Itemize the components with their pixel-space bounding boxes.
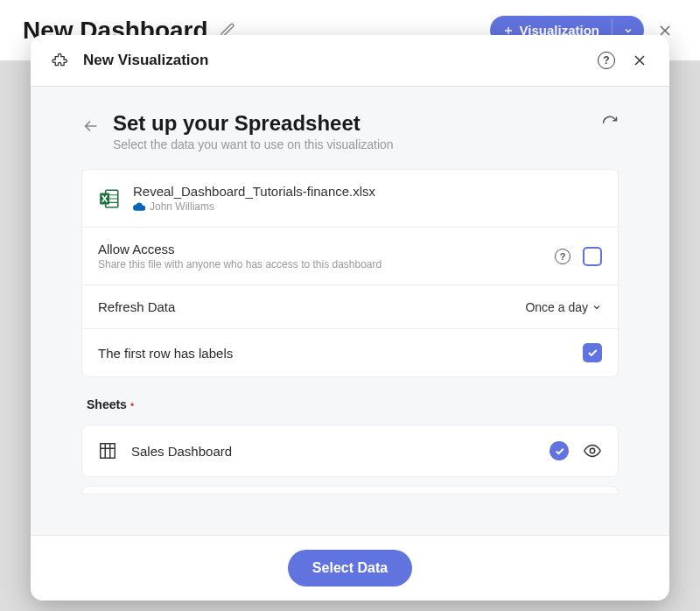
modal-close-icon[interactable] [631, 52, 648, 69]
first-row-labels-row: The first row has labels [82, 329, 618, 376]
sheet-selected-icon[interactable] [550, 441, 569, 460]
back-button[interactable] [81, 111, 101, 136]
allow-access-text: Allow Access Share this file with anyone… [98, 242, 542, 270]
refresh-data-row[interactable]: Refresh Data Once a day [82, 285, 618, 329]
new-visualization-modal: New Visualization ? Set up your Spreadsh… [31, 35, 669, 600]
allow-access-title: Allow Access [98, 242, 542, 256]
refresh-data-value-text: Once a day [525, 300, 588, 314]
chevron-down-icon [592, 302, 602, 313]
chevron-down-icon [623, 25, 634, 36]
first-row-labels-checkbox[interactable] [583, 343, 602, 362]
puzzle-icon [52, 51, 71, 70]
refresh-data-value[interactable]: Once a day [525, 300, 602, 314]
sheet-row[interactable]: Sales Dashboard [81, 425, 619, 477]
sheet-name: Sales Dashboard [131, 444, 536, 459]
select-data-button[interactable]: Select Data [288, 550, 412, 586]
file-row: Reveal_Dashboard_Tutorials-finance.xlsx … [82, 170, 618, 228]
file-text: Reveal_Dashboard_Tutorials-finance.xlsx … [133, 184, 602, 213]
spreadsheet-settings-card: Reveal_Dashboard_Tutorials-finance.xlsx … [81, 169, 619, 377]
refresh-icon[interactable] [601, 111, 619, 132]
excel-icon [98, 187, 121, 210]
body-title: Set up your Spreadsheet [113, 111, 589, 136]
preview-icon[interactable] [583, 441, 602, 460]
sheets-title: Sheets [87, 397, 127, 411]
modal-header: New Visualization ? [31, 35, 669, 87]
sheets-section: Sheets• [81, 397, 619, 412]
body-subtitle: Select the data you want to use on this … [113, 137, 589, 151]
modal-title: New Visualization [83, 52, 585, 69]
help-icon[interactable]: ? [598, 52, 615, 69]
sheet-row-placeholder [81, 486, 619, 495]
body-title-row: Set up your Spreadsheet Select the data … [81, 111, 619, 151]
first-row-labels-label: The first row has labels [98, 346, 570, 361]
body-titles: Set up your Spreadsheet Select the data … [113, 111, 589, 151]
file-owner: John Williams [133, 200, 602, 213]
allow-access-row: Allow Access Share this file with anyone… [82, 228, 618, 285]
file-name: Reveal_Dashboard_Tutorials-finance.xlsx [133, 184, 602, 199]
allow-access-subtitle: Share this file with anyone who has acce… [98, 258, 542, 270]
modal-footer: Select Data [31, 535, 669, 600]
allow-access-checkbox[interactable] [583, 247, 602, 266]
onedrive-icon [133, 202, 145, 211]
svg-rect-5 [101, 444, 116, 459]
svg-point-9 [590, 448, 595, 453]
refresh-data-label: Refresh Data [98, 299, 513, 314]
grid-icon [98, 441, 117, 460]
modal-header-actions: ? [598, 52, 648, 69]
required-indicator: • [130, 399, 134, 411]
file-owner-name: John Williams [150, 200, 214, 213]
allow-access-help-icon[interactable]: ? [555, 249, 570, 264]
modal-body: Set up your Spreadsheet Select the data … [31, 87, 669, 535]
